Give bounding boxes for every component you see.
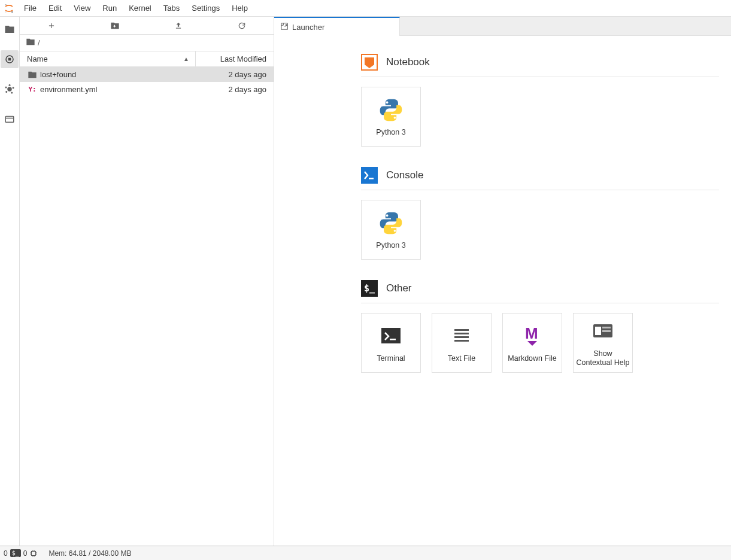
svg-point-22 — [394, 230, 396, 232]
svg-rect-33 — [595, 327, 601, 335]
svg-rect-30 — [454, 340, 469, 342]
markdown-icon: M — [519, 323, 545, 349]
launcher-section-notebook: NotebookPython 3 — [361, 54, 731, 147]
svg-rect-26 — [390, 339, 396, 340]
help-icon — [590, 318, 616, 345]
launcher-card-markdown-file[interactable]: MMarkdown File — [502, 313, 562, 373]
notebook-section-icon — [361, 54, 378, 71]
breadcrumb[interactable]: / — [20, 35, 274, 51]
status-count-2: 0 — [23, 549, 28, 558]
cards-row: Python 3 — [361, 87, 731, 147]
tab-bar: Launcher — [274, 17, 731, 36]
menu-kernel[interactable]: Kernel — [123, 0, 157, 17]
launcher-card-text-file[interactable]: Text File — [432, 313, 492, 373]
textfile-icon — [448, 323, 475, 349]
svg-rect-29 — [454, 336, 469, 338]
card-label: Text File — [448, 354, 476, 363]
section-title: Console — [386, 169, 423, 181]
activity-bar — [0, 17, 20, 546]
file-name: environment.yml — [38, 85, 196, 94]
section-title: Other — [386, 282, 412, 294]
svg-rect-19 — [361, 167, 378, 184]
file-browser-toolbar — [20, 17, 274, 35]
file-list-header[interactable]: Name ▲ Last Modified — [20, 51, 274, 67]
refresh-button[interactable] — [210, 17, 274, 34]
menu-help[interactable]: Help — [226, 0, 254, 17]
svg-rect-4 — [8, 58, 11, 61]
file-type-icon: Y: — [27, 86, 38, 93]
main-content: Launcher NotebookPython 3ConsolePython 3… — [274, 17, 731, 546]
python-icon — [378, 210, 404, 236]
file-modified: 2 days ago — [196, 70, 266, 79]
upload-button[interactable] — [147, 17, 210, 34]
terminal-icon — [378, 323, 404, 349]
file-list: lost+found2 days agoY:environment.yml2 d… — [20, 67, 274, 97]
file-row[interactable]: lost+found2 days ago — [20, 67, 274, 82]
svg-point-5 — [7, 87, 12, 92]
card-label: Python 3 — [376, 241, 405, 250]
menu-tabs[interactable]: Tabs — [157, 0, 186, 17]
svg-rect-25 — [381, 328, 401, 343]
new-folder-button[interactable] — [83, 17, 147, 34]
section-header: Notebook — [361, 54, 719, 77]
svg-text:$_: $_ — [364, 283, 375, 294]
section-title: Notebook — [386, 56, 430, 68]
menu-edit[interactable]: Edit — [43, 0, 68, 17]
status-bar: 0 $_ 0 Mem: 64.81 / 2048.00 MB — [0, 546, 731, 560]
svg-point-0 — [5, 4, 7, 5]
card-label: Markdown File — [508, 354, 556, 363]
svg-rect-34 — [602, 327, 611, 328]
tabs-tab-icon[interactable] — [1, 110, 19, 128]
card-label: Terminal — [377, 354, 405, 363]
tab-label: Launcher — [292, 23, 324, 32]
status-running-sessions[interactable]: 0 $_ 0 — [4, 549, 38, 558]
status-memory[interactable]: Mem: 64.81 / 2048.00 MB — [48, 549, 131, 558]
svg-rect-14 — [176, 28, 181, 28]
svg-rect-13 — [113, 26, 116, 26]
launcher-section-other: $_OtherTerminalText FileMMarkdown FileSh… — [361, 280, 731, 373]
cards-row: TerminalText FileMMarkdown FileShow Cont… — [361, 313, 731, 373]
svg-rect-28 — [454, 333, 469, 334]
svg-point-2 — [5, 11, 7, 13]
section-header: $_Other — [361, 280, 719, 303]
svg-rect-11 — [5, 117, 14, 123]
svg-rect-36 — [32, 551, 36, 555]
menu-run[interactable]: Run — [96, 0, 123, 17]
sort-indicator-icon: ▲ — [183, 56, 189, 62]
kernel-status-icon — [29, 549, 38, 558]
filebrowser-tab-icon[interactable] — [1, 20, 19, 38]
svg-point-18 — [394, 117, 396, 119]
svg-text:M: M — [525, 324, 538, 342]
file-modified: 2 days ago — [196, 85, 266, 94]
col-modified-label: Last Modified — [196, 54, 274, 63]
svg-rect-27 — [454, 329, 469, 331]
menu-bar: File Edit View Run Kernel Tabs Settings … — [0, 0, 731, 17]
extensions-tab-icon[interactable] — [1, 80, 19, 98]
card-label: Show Contextual Help — [576, 349, 630, 367]
other-section-icon: $_ — [361, 280, 378, 297]
section-header: Console — [361, 167, 719, 190]
svg-point-10 — [5, 87, 7, 89]
running-tab-icon[interactable] — [1, 50, 19, 68]
file-row[interactable]: Y:environment.yml2 days ago — [20, 82, 274, 97]
svg-point-1 — [11, 11, 13, 12]
svg-point-8 — [11, 92, 13, 94]
file-type-icon — [27, 70, 38, 80]
folder-icon — [26, 37, 35, 48]
launcher-card-python-3[interactable]: Python 3 — [361, 87, 421, 147]
launcher-tab-icon — [280, 22, 289, 32]
menu-view[interactable]: View — [68, 0, 96, 17]
svg-point-17 — [386, 101, 389, 104]
launcher-card-terminal[interactable]: Terminal — [361, 313, 421, 373]
console-section-icon — [361, 167, 378, 184]
svg-point-9 — [5, 91, 7, 93]
new-launcher-button[interactable] — [20, 17, 83, 34]
status-count-1: 0 — [4, 549, 8, 558]
menu-settings[interactable]: Settings — [186, 0, 226, 17]
menu-file[interactable]: File — [18, 0, 43, 17]
launcher-card-show-contextual-help[interactable]: Show Contextual Help — [573, 313, 633, 373]
launcher-body: NotebookPython 3ConsolePython 3$_OtherTe… — [274, 36, 731, 546]
launcher-card-python-3[interactable]: Python 3 — [361, 200, 421, 260]
jupyter-logo[interactable] — [0, 0, 18, 17]
tab-launcher[interactable]: Launcher — [274, 17, 400, 36]
